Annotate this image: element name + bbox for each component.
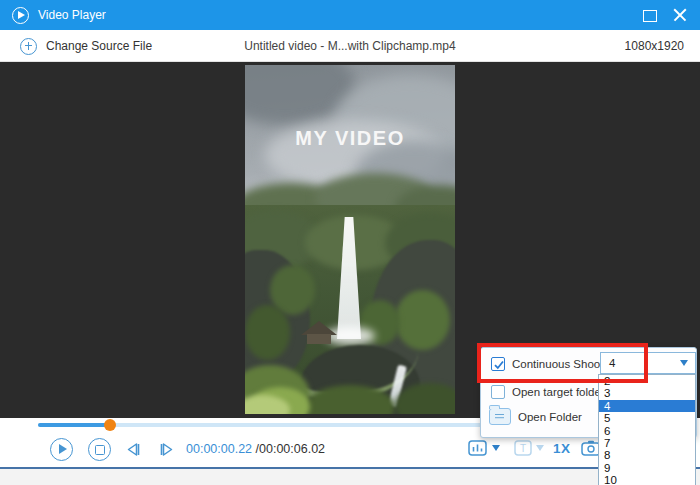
chevron-down-icon [536,445,544,451]
dropdown-option[interactable]: 10 [599,474,695,485]
dropdown-option[interactable]: 2 [599,375,695,387]
equalizer-dropdown-button[interactable] [468,440,500,456]
continuous-shooting-checkbox[interactable] [491,357,505,371]
progress-fill [38,423,110,427]
foliage [395,290,450,350]
chevron-down-icon [680,360,688,366]
status-footer [0,467,700,485]
dropdown-option[interactable]: 8 [599,449,695,461]
time-display: 00:00:00.22 /00:00:06.02 [186,442,325,456]
dropdown-option[interactable]: 7 [599,437,695,449]
equalizer-icon [468,440,487,456]
current-time: 00:00:00.22 [186,442,252,456]
resolution-label: 1080x1920 [625,30,684,62]
change-source-label: Change Source File [46,39,152,53]
step-forward-button[interactable] [156,442,176,457]
chevron-down-icon [492,445,500,451]
video-frame[interactable]: MY VIDEO [245,65,455,414]
shot-count-combobox[interactable]: 4 [600,352,696,374]
video-player-window: Video Player Untitled video - M...with C… [0,0,700,485]
open-folder-button[interactable]: Open Folder [489,408,582,425]
maximize-button[interactable] [634,0,664,30]
shot-count-value: 4 [609,357,680,369]
play-button[interactable] [50,438,73,461]
app-play-icon [12,7,29,24]
stop-button[interactable] [88,438,111,461]
text-track-icon: T [514,440,532,456]
change-source-button[interactable]: Change Source File [20,30,152,62]
total-time: /00:00:06.02 [256,442,326,456]
checkbox-check-icon [493,359,505,371]
video-overlay-text: MY VIDEO [245,127,455,150]
shot-count-dropdown-list: 2 3 4 5 6 7 8 9 10 [598,374,696,485]
step-back-button[interactable] [124,442,144,457]
titlebar: Video Player [0,0,700,30]
dropdown-option[interactable]: 5 [599,412,695,424]
window-title: Video Player [38,8,106,22]
open-target-folder-checkbox[interactable] [491,385,505,399]
text-track-dropdown-button[interactable]: T [514,440,544,456]
dropdown-option-selected[interactable]: 4 [599,400,695,412]
folder-icon [489,408,511,425]
slider-handle[interactable] [104,419,116,431]
window-buttons [634,0,700,30]
playback-speed-button[interactable]: 1X [553,441,571,456]
dropdown-option[interactable]: 3 [599,387,695,399]
foliage [245,305,290,360]
dropdown-option[interactable]: 6 [599,425,695,437]
svg-text:T: T [520,443,526,454]
toolbar: Untitled video - M...with Clipchamp.mp4 … [0,30,700,62]
close-button[interactable] [664,0,700,30]
dropdown-option[interactable]: 9 [599,462,695,474]
open-folder-label: Open Folder [518,411,582,423]
plus-icon [20,38,37,55]
